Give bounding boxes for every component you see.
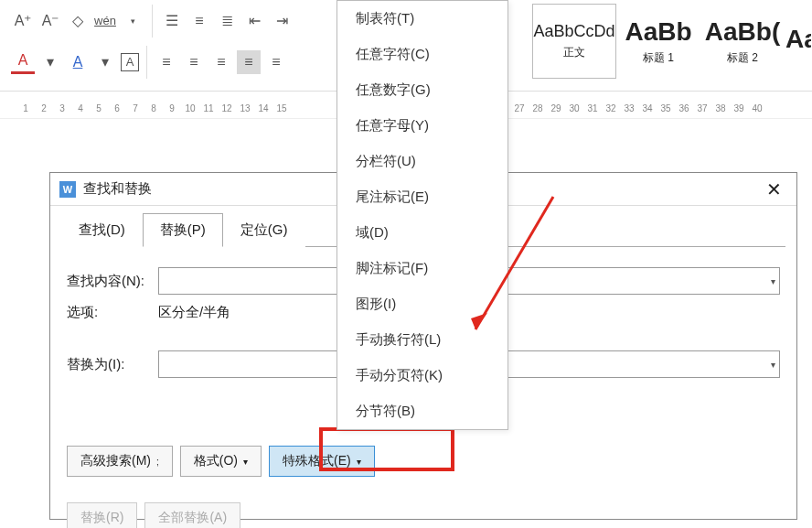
- style-heading2[interactable]: AaBb( 标题 2: [700, 4, 785, 79]
- special-format-button[interactable]: 特殊格式(E)▾: [269, 446, 375, 477]
- close-icon[interactable]: ✕: [761, 178, 787, 200]
- replace-label: 替换为(I):: [67, 356, 158, 373]
- increase-font-icon[interactable]: A⁺: [11, 9, 35, 33]
- special-format-menu: 制表符(T) 任意字符(C) 任意数字(G) 任意字母(Y) 分栏符(U) 尾注…: [337, 0, 508, 430]
- style-label: 正文: [533, 45, 615, 60]
- style-preview: AaBbCcDd: [533, 22, 615, 41]
- style-more[interactable]: Aa: [785, 4, 812, 79]
- numbering-icon[interactable]: ≡: [187, 9, 211, 33]
- options-value: 区分全/半角: [158, 304, 230, 321]
- style-gallery: AaBbCcDd 正文 AaBb 标题 1 AaBb( 标题 2 Aa: [532, 4, 812, 79]
- menu-field[interactable]: 域(D): [337, 215, 508, 251]
- updown-icon: ;: [156, 457, 159, 467]
- style-preview: Aa: [785, 25, 811, 54]
- clear-format-icon[interactable]: ◇: [66, 9, 90, 33]
- align-right-icon[interactable]: ≡: [209, 50, 233, 74]
- menu-section-break[interactable]: 分节符(B): [337, 393, 508, 429]
- tab-replace[interactable]: 替换(P): [143, 213, 223, 247]
- indent-left-icon[interactable]: ⇤: [242, 9, 266, 33]
- replace-all-button[interactable]: 全部替换(A): [144, 502, 240, 528]
- advanced-search-button[interactable]: 高级搜索(M);: [67, 446, 173, 477]
- app-icon: W: [59, 181, 76, 198]
- style-normal[interactable]: AaBbCcDd 正文: [532, 4, 616, 79]
- options-label: 选项:: [67, 304, 158, 321]
- bullets-icon[interactable]: ☰: [160, 9, 184, 33]
- style-heading1[interactable]: AaBb 标题 1: [616, 4, 700, 79]
- style-label: 标题 1: [617, 50, 700, 66]
- menu-footnote-mark[interactable]: 脚注标记(F): [337, 251, 508, 286]
- chevron-down-icon: ▾: [243, 457, 248, 467]
- chevron-down-icon[interactable]: ▾: [771, 276, 775, 286]
- tab-find[interactable]: 查找(D): [61, 213, 143, 247]
- font-color-icon[interactable]: A: [11, 50, 35, 74]
- dropdown-icon[interactable]: ▾: [93, 50, 117, 74]
- align-justify-icon[interactable]: ≡: [237, 50, 261, 74]
- style-label: 标题 2: [701, 50, 784, 66]
- decrease-font-icon[interactable]: A⁻: [38, 9, 62, 33]
- tab-goto[interactable]: 定位(G): [223, 213, 305, 247]
- menu-any-digit[interactable]: 任意数字(G): [337, 72, 508, 108]
- character-border-icon[interactable]: A: [121, 53, 139, 71]
- phonetic-icon[interactable]: wén: [93, 9, 117, 33]
- underline-icon[interactable]: A: [66, 50, 90, 74]
- menu-any-char[interactable]: 任意字符(C): [337, 37, 508, 72]
- menu-any-letter[interactable]: 任意字母(Y): [337, 108, 508, 144]
- replace-button[interactable]: 替换(R): [67, 502, 137, 528]
- chevron-down-icon[interactable]: ▾: [771, 360, 775, 370]
- style-preview: AaBb: [617, 17, 700, 47]
- find-label: 查找内容(N):: [67, 273, 158, 290]
- menu-manual-pagebreak[interactable]: 手动分页符(K): [337, 358, 508, 393]
- dropdown-caret-icon[interactable]: ▾: [121, 9, 144, 33]
- style-preview: AaBb(: [701, 17, 784, 47]
- distribute-icon[interactable]: ≡: [264, 50, 288, 74]
- indent-right-icon[interactable]: ⇥: [270, 9, 294, 33]
- menu-manual-linebreak[interactable]: 手动换行符(L): [337, 322, 508, 358]
- menu-tab-char[interactable]: 制表符(T): [337, 1, 508, 37]
- menu-endnote-mark[interactable]: 尾注标记(E): [337, 179, 508, 215]
- align-left-icon[interactable]: ≡: [155, 50, 178, 74]
- format-button[interactable]: 格式(O)▾: [180, 446, 262, 477]
- menu-column-break[interactable]: 分栏符(U): [337, 144, 508, 179]
- multilevel-icon[interactable]: ≣: [215, 9, 239, 33]
- menu-graphic[interactable]: 图形(I): [337, 286, 508, 322]
- align-center-icon[interactable]: ≡: [182, 50, 206, 74]
- chevron-down-icon: ▾: [357, 457, 361, 467]
- highlight-icon[interactable]: ▾: [38, 50, 62, 74]
